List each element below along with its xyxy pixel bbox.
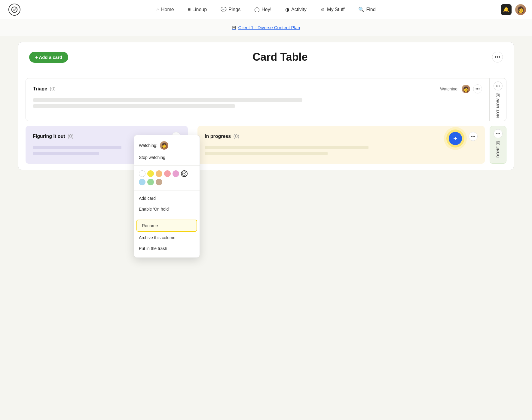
enable-onhold-item[interactable]: Enable 'On hold' [134, 204, 200, 215]
nav-home[interactable]: ⌂ Home [154, 5, 176, 14]
add-column-button[interactable]: + [449, 132, 462, 145]
triage-header: Triage (0) Watching: 👩 ••• [33, 84, 482, 93]
logo[interactable] [8, 4, 20, 16]
figuring-title: Figuring it out (0) [33, 134, 74, 139]
swatch-check[interactable] [181, 170, 188, 177]
mystuff-icon: ☺ [320, 7, 325, 12]
triage-more-button[interactable]: ••• [473, 84, 482, 93]
watching-avatar: 👩 [462, 85, 470, 93]
breadcrumb-link[interactable]: ⊞ Client 1 - Diverse Content Plan [232, 25, 300, 30]
card-table-more-button[interactable]: ••• [492, 52, 503, 62]
swatch-tan[interactable] [156, 179, 162, 185]
main-content: + Add a card Card Table ••• Triage (0) [0, 42, 532, 170]
swatch-lavender[interactable] [173, 170, 179, 177]
figuring-count: (0) [68, 134, 74, 139]
grid-icon: ⊞ [232, 25, 236, 30]
rename-item[interactable]: Rename [136, 220, 197, 232]
skeleton-2 [33, 104, 235, 108]
nav-items: ⌂ Home ≡ Lineup 💬 Pings ◯ Hey! ◑ Activit… [154, 5, 378, 14]
not-now-label: NOT NOW [496, 98, 500, 118]
in-progress-column: In progress (0) ••• + [197, 126, 485, 164]
in-progress-more-button[interactable]: ••• [469, 132, 478, 141]
dropdown-watching: Watching: 👩 [134, 139, 200, 152]
home-icon: ⌂ [156, 7, 159, 12]
in-progress-count: (0) [234, 134, 240, 139]
triage-column-right: Watching: 👩 ••• [440, 84, 482, 93]
add-card-item[interactable]: Add card [134, 193, 200, 204]
triage-side-more-button[interactable]: ••• [494, 81, 503, 90]
swatch-pink[interactable] [164, 170, 171, 177]
notifications-bell[interactable]: 🔔 [501, 4, 512, 15]
not-now-count: (0) [496, 93, 500, 97]
nav-right: 🔔 👩 [501, 4, 526, 15]
archive-item[interactable]: Archive this column [134, 232, 200, 243]
triage-count: (0) [50, 86, 56, 91]
columns-area: Triage (0) Watching: 👩 ••• ••• (0 [18, 72, 514, 170]
done-side-panel: ••• (0) DONE [490, 126, 506, 164]
swatch-yellow[interactable] [147, 170, 154, 177]
triage-title: Triage (0) [33, 86, 56, 92]
in-progress-skeleton-2 [205, 152, 328, 155]
watching-label: Watching: [440, 87, 459, 91]
svg-point-0 [182, 172, 186, 175]
nav-activity[interactable]: ◑ Activity [283, 5, 309, 14]
triage-side-panel: ••• (0) NOT NOW [490, 78, 506, 121]
breadcrumb-bar: ⊞ Client 1 - Diverse Content Plan [0, 19, 532, 36]
card-table-header: + Add a card Card Table ••• [18, 42, 514, 72]
skeleton-1 [33, 98, 302, 102]
nav-find[interactable]: 🔍 Find [356, 5, 378, 14]
hey-icon: ◯ [254, 7, 260, 12]
divider-3 [134, 217, 200, 217]
dropdown-avatar: 👩 [160, 141, 168, 150]
more-icon: ••• [495, 54, 500, 60]
done-side-more-button[interactable]: ••• [494, 129, 503, 138]
nav-mystuff[interactable]: ☺ My Stuff [318, 5, 347, 14]
find-icon: 🔍 [358, 7, 364, 12]
card-table-panel: + Add a card Card Table ••• Triage (0) [18, 42, 514, 170]
user-avatar[interactable]: 👩 [515, 4, 526, 15]
swatch-green[interactable] [147, 179, 154, 185]
nav-pings[interactable]: 💬 Pings [218, 5, 243, 14]
triage-column: Triage (0) Watching: 👩 ••• [26, 78, 490, 121]
add-card-button[interactable]: + Add a card [29, 52, 68, 63]
swatch-blue[interactable] [139, 179, 145, 185]
triage-wrapper: Triage (0) Watching: 👩 ••• ••• (0 [26, 78, 506, 121]
swatch-peach[interactable] [156, 170, 162, 177]
figuring-column: Figuring it out (0) ••• Watching: 👩 St [26, 126, 188, 164]
stop-watching-item[interactable]: Stop watching [134, 152, 200, 163]
done-label: DONE [496, 146, 500, 158]
in-progress-header: In progress (0) ••• [205, 132, 478, 141]
in-progress-skeleton-1 [205, 146, 368, 149]
figuring-skeleton-1 [33, 146, 121, 149]
color-swatches [134, 168, 200, 188]
done-count: (0) [496, 141, 500, 145]
nav-lineup[interactable]: ≡ Lineup [185, 5, 209, 14]
divider-1 [134, 165, 200, 166]
figuring-skeleton-2 [33, 152, 99, 155]
in-progress-title: In progress (0) [205, 134, 239, 139]
page-title: Card Table [252, 51, 307, 63]
swatch-white[interactable] [139, 170, 145, 177]
divider-2 [134, 190, 200, 190]
trash-item[interactable]: Put in the trash [134, 243, 200, 254]
top-nav: ⌂ Home ≡ Lineup 💬 Pings ◯ Hey! ◑ Activit… [0, 0, 532, 19]
dropdown-menu: Watching: 👩 Stop watching [134, 135, 200, 258]
activity-icon: ◑ [285, 7, 289, 12]
lower-row: Figuring it out (0) ••• Watching: 👩 St [26, 126, 506, 164]
pings-icon: 💬 [221, 7, 227, 12]
nav-hey[interactable]: ◯ Hey! [252, 5, 274, 14]
lineup-icon: ≡ [188, 7, 191, 12]
